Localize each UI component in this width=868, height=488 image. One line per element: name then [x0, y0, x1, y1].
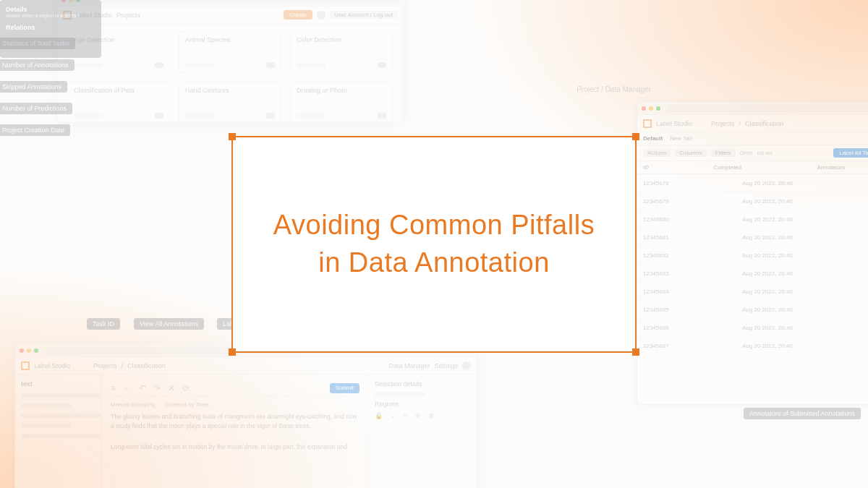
card-title: Hand Gestures — [185, 87, 275, 94]
actions-dropdown: Actions — [643, 149, 671, 157]
card-title: Color Detection — [297, 36, 386, 43]
cell-completed: Aug 20 2022, 20:40 — [742, 234, 837, 241]
cell-completed: Aug 20 2022, 20:40 — [742, 198, 837, 205]
breadcrumb: Project / Data Manager — [576, 85, 651, 93]
cell-completed: Aug 20 2022, 20:40 — [742, 343, 837, 349]
lock-icon: 🔒 — [375, 412, 383, 421]
cell-id: 12345681 — [643, 234, 738, 241]
title-card: Avoiding Common Pitfalls in Data Annotat… — [231, 136, 637, 353]
app-name-label: Label Studio — [656, 120, 692, 127]
sort-manual: Manual Grouping — [111, 401, 155, 408]
callout-view-all: View All Annotations — [134, 318, 204, 330]
table-row: 12345680Aug 20 2022, 20:40 — [637, 210, 868, 228]
nav-projects: Projects — [711, 120, 735, 127]
cell-completed: Aug 20 2022, 20:40 — [742, 307, 837, 313]
sample-paragraph-2: Long-term tidal cycles set in motion by … — [111, 442, 359, 452]
columns-dropdown: Columns — [675, 149, 707, 157]
callout-annotators-submitted: Annotators of Submitted Annotations — [744, 408, 861, 419]
logo-icon — [21, 361, 30, 370]
title-line-2: in Data Annotation — [318, 247, 550, 278]
app-name-label: Label Studio — [34, 362, 70, 369]
cell-id: 12345686 — [643, 325, 738, 331]
nav-settings: Settings — [434, 362, 458, 369]
cell-id: 12345687 — [643, 343, 738, 349]
annotation-toolbar: ≡ ← ↶ ↷ ✕ ⟳ Submit — [111, 380, 359, 397]
cell-id: 12345685 — [643, 307, 738, 313]
tab-new: New Tab — [670, 135, 692, 142]
table-row: 12345686Aug 20 2022, 20:40 — [637, 319, 868, 337]
card-title: Drawing or Photo — [297, 87, 386, 94]
resize-handle-icon — [632, 348, 639, 356]
resize-handle-icon — [632, 133, 639, 140]
table-row: 12345678Aug 20 2022, 20:40 — [637, 174, 868, 192]
table-row: 12345679Aug 20 2022, 20:40 — [637, 192, 868, 210]
text-label: text — [21, 380, 95, 388]
callout-pill: Number of Annotations — [0, 59, 75, 71]
cell-completed: Aug 20 2022, 20:40 — [742, 325, 837, 331]
col-id: ID — [643, 164, 709, 171]
col-annotators: Annotators — [817, 164, 868, 171]
cell-id: 12345680 — [643, 216, 738, 223]
label-all-button: Label All Tasks — [833, 148, 868, 158]
close-icon: ✕ — [168, 383, 175, 393]
cell-completed: Aug 20 2022, 20:40 — [742, 270, 837, 277]
nav-classification: Classification — [745, 120, 783, 127]
regions-label: Regions — [375, 401, 471, 408]
order-value: not set — [757, 150, 773, 155]
callout-pill: Skipped Annotations — [0, 81, 67, 93]
sort-time: Ordered by Time — [165, 401, 208, 408]
details-subtitle: shown when a region is selected — [6, 13, 95, 18]
cell-completed: Aug 20 2022, 20:40 — [742, 288, 837, 295]
redo-icon: ↷ — [153, 383, 161, 393]
undo-icon: ↶ — [139, 383, 146, 393]
tab-default: Default — [643, 135, 663, 142]
nav-data-manager: Data Manager — [388, 362, 430, 369]
nav-projects: Projects — [116, 12, 140, 19]
cell-id: 12345679 — [643, 198, 738, 205]
table-row: 12345682Aug 20 2022, 20:40 — [637, 247, 868, 265]
breadcrumb-page: Data Manager — [605, 85, 651, 93]
table-row: 12345684Aug 20 2022, 20:40 — [637, 283, 868, 301]
cell-id: 12345684 — [643, 288, 738, 295]
selection-details: Selection details — [375, 380, 471, 388]
details-title: Details — [6, 6, 95, 13]
table-row: 12345681Aug 20 2022, 20:40 — [637, 228, 868, 247]
table-row: 12345685Aug 20 2022, 20:40 — [637, 301, 868, 319]
avatar-icon — [462, 361, 471, 370]
cell-id: 12345678 — [643, 180, 738, 187]
callout-pill: Project Creation Date — [0, 124, 70, 136]
table-row: 12345687Aug 20 2022, 20:40 — [637, 337, 868, 355]
cell-completed: Aug 20 2022, 20:40 — [742, 252, 837, 259]
cell-completed: Aug 20 2022, 20:40 — [742, 180, 837, 187]
col-completed: Completed — [713, 164, 779, 171]
resize-handle-icon — [229, 133, 236, 140]
filters-dropdown: Filters — [711, 149, 736, 157]
callout-pill: Number of Predictions — [0, 103, 72, 114]
nav-projects: Projects — [93, 362, 117, 369]
title-line-1: Avoiding Common Pitfalls — [273, 210, 595, 240]
eye-icon: 👁 — [414, 412, 421, 421]
relations-title: Relations — [6, 24, 95, 31]
breadcrumb-root: Project — [576, 85, 599, 93]
cell-completed: Aug 20 2022, 20:40 — [742, 216, 837, 223]
cell-id: 12345683 — [643, 270, 738, 277]
bg-data-manager-panel: Label Studio Projects / Classification D… — [637, 101, 868, 405]
avatar-icon — [317, 11, 326, 20]
order-label: Order — [740, 150, 753, 155]
details-callout-box: Details shown when a region is selected … — [0, 0, 101, 58]
create-button: Create — [284, 10, 312, 20]
refresh-icon: ⟳ — [182, 383, 190, 393]
link-icon: ⎘ — [404, 412, 407, 421]
cell-id: 12345682 — [643, 252, 738, 259]
submit-button: Submit — [330, 383, 359, 393]
callout-task-id: Task ID — [87, 318, 120, 330]
trash-icon: 🗑 — [428, 412, 435, 421]
resize-handle-icon — [229, 348, 236, 356]
bg-labeling-panel: Label Studio Projects / Classification D… — [14, 343, 477, 488]
logo-icon — [643, 119, 652, 128]
sample-paragraph: The glossy leaves and branching roots of… — [111, 412, 359, 431]
card-title: Animal Species — [185, 36, 275, 43]
user-menu: User Account / Log out — [330, 11, 397, 19]
card-title: Classification of Pets — [74, 87, 163, 94]
table-row: 12345683Aug 20 2022, 20:40 — [637, 265, 868, 283]
